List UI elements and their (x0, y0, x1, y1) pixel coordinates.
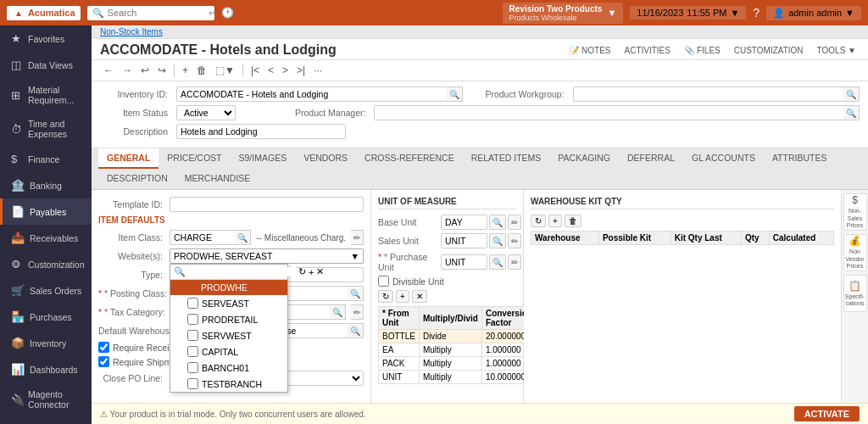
checkbox-servwest[interactable] (187, 330, 198, 341)
dropdown-item-serveast[interactable]: SERVEAST (170, 295, 287, 311)
more-button[interactable]: ··· (310, 63, 326, 78)
product-workgroup-input[interactable] (573, 86, 843, 102)
tab-s9images[interactable]: S9/IMAGES (231, 148, 296, 169)
dropdown-item-prodwhe[interactable]: PRODWHE (170, 280, 287, 295)
sales-unit-edit[interactable]: ✏ (508, 233, 521, 248)
sales-unit-search[interactable]: 🔍 (489, 233, 506, 248)
app-logo[interactable]: ▲ Acumatica (7, 6, 81, 20)
user-menu[interactable]: 👤 admin admin ▼ (766, 6, 861, 20)
undo-button[interactable]: ↩ (137, 63, 153, 78)
specifications-button[interactable]: 📋 Specifi-cations (843, 275, 867, 312)
checkbox-serveast[interactable] (187, 298, 198, 309)
add-button[interactable]: + (179, 63, 192, 78)
revision-info[interactable]: Revision Two Products Products Wholesale… (503, 3, 624, 24)
require-shipment-checkbox[interactable] (98, 356, 109, 367)
sidebar-item-sales-orders[interactable]: 🛒 Sales Orders (0, 277, 92, 304)
next-button[interactable]: > (279, 63, 292, 78)
website-select-box[interactable]: PRODWHE, SERVEAST ▼ (170, 248, 364, 264)
purchase-unit-search[interactable]: 🔍 (489, 254, 506, 270)
clear-icon[interactable]: ✕ (316, 266, 324, 277)
sidebar-item-magento[interactable]: 🔌 Magento Connector (0, 382, 92, 416)
tab-crossreference[interactable]: CROSS-REFERENCE (356, 148, 463, 169)
activate-button[interactable]: ACTIVATE (794, 406, 860, 421)
sidebar-item-customization[interactable]: ⚙ Customization (0, 251, 92, 277)
redo-button[interactable]: ↪ (154, 63, 170, 78)
tools-button[interactable]: TOOLS ▼ (814, 44, 860, 57)
activities-button[interactable]: ACTIVITIES (620, 44, 673, 57)
dropdown-item-prodretail[interactable]: PRODRETAIL (170, 311, 287, 327)
search-input[interactable] (108, 8, 205, 18)
refresh-icon[interactable]: ↻ (298, 266, 306, 277)
sidebar-item-dashboards[interactable]: 📊 Dashboards (0, 356, 92, 382)
tab-description[interactable]: DESCRIPTION (98, 169, 176, 189)
wh-add-btn[interactable]: + (548, 215, 562, 227)
sidebar-item-favorites[interactable]: ★ Favorites (0, 25, 92, 52)
sidebar-item-kensium[interactable]: 🔑 Kensium License (0, 416, 92, 424)
uom-add-btn[interactable]: + (396, 290, 409, 303)
sidebar-item-banking[interactable]: 🏦 Banking (0, 172, 92, 198)
tab-deferral[interactable]: DEFERRAL (619, 148, 683, 169)
tab-attributes[interactable]: ATTRIBUTES (764, 148, 836, 169)
sidebar-item-finance[interactable]: $ Finance (0, 146, 92, 172)
tab-vendors[interactable]: VENDORS (295, 148, 356, 169)
sidebar-item-inventory[interactable]: 📦 Inventory (0, 330, 92, 356)
purchase-unit-input[interactable] (441, 254, 487, 270)
purchase-unit-edit[interactable]: ✏ (508, 254, 521, 270)
tab-glaccounts[interactable]: GL ACCOUNTS (683, 148, 764, 169)
sidebar-item-receivables[interactable]: 📥 Receivables (0, 225, 92, 251)
sidebar-item-purchases[interactable]: 🏪 Purchases (0, 304, 92, 330)
tab-pricecost[interactable]: PRICE/COST (159, 148, 230, 169)
tab-general[interactable]: GENERAL (98, 148, 159, 169)
item-class-search[interactable]: 🔍 (235, 230, 251, 245)
tab-relateditems[interactable]: RELATED ITEMS (463, 148, 550, 169)
require-receipt-checkbox[interactable] (98, 342, 109, 353)
checkbox-prodretail[interactable] (187, 314, 198, 325)
tab-merchandise[interactable]: MERCHANDISE (176, 169, 259, 189)
add-icon[interactable]: + (309, 267, 314, 277)
last-button[interactable]: >| (293, 63, 309, 78)
chevron-down-icon[interactable]: ▼ (607, 8, 616, 18)
help-icon[interactable]: ? (753, 6, 760, 20)
delete-button[interactable]: 🗑 (193, 63, 210, 78)
checkbox-capital[interactable] (187, 346, 198, 357)
prev-button[interactable]: < (264, 63, 277, 78)
wh-refresh-btn[interactable]: ↻ (531, 215, 546, 227)
dropdown-search-input[interactable] (188, 267, 296, 276)
posting-class-search[interactable]: 🔍 (348, 286, 364, 301)
sidebar-item-time-expenses[interactable]: ⏱ Time and Expenses (0, 112, 92, 146)
copy-button[interactable]: ⬚▼ (212, 63, 238, 78)
description-input[interactable] (176, 124, 346, 139)
dropdown-item-testbranch[interactable]: TESTBRANCH (170, 376, 287, 392)
forward-button[interactable]: → (119, 63, 136, 78)
tax-category-search[interactable]: 🔍 (330, 304, 346, 320)
sidebar-item-data-views[interactable]: ◫ Data Views (0, 52, 92, 78)
dropdown-item-barnch01[interactable]: BARNCH01 (170, 360, 287, 376)
wh-delete-btn[interactable]: 🗑 (565, 215, 581, 227)
template-id-input[interactable] (170, 197, 364, 212)
sales-unit-input[interactable] (441, 233, 487, 248)
dropdown-item-servwest[interactable]: SERVWEST (170, 327, 287, 343)
uom-refresh-btn[interactable]: ↻ (378, 290, 393, 303)
product-manager-search-button[interactable]: 🔍 (843, 105, 860, 120)
base-unit-edit[interactable]: ✏ (508, 215, 521, 230)
inventory-search-button[interactable]: 🔍 (447, 86, 463, 102)
tab-packaging[interactable]: PACKAGING (549, 148, 619, 169)
non-vendor-prices-button[interactable]: 💰 Non Vendor Prices (843, 234, 867, 271)
checkbox-testbranch[interactable] (187, 378, 198, 389)
base-unit-input[interactable] (441, 215, 487, 230)
first-button[interactable]: |< (248, 63, 263, 78)
sidebar-item-payables[interactable]: 📄 Payables (0, 198, 92, 225)
item-status-select[interactable]: Active (176, 105, 236, 120)
dropdown-item-capital[interactable]: CAPITAL (170, 343, 287, 360)
tax-category-edit[interactable]: ✏ (351, 304, 364, 320)
notes-button[interactable]: 📝 NOTES (565, 44, 614, 57)
search-box[interactable]: 🔍 ↵ (87, 6, 214, 20)
sidebar-item-material-req[interactable]: ⊞ Material Requirem... (0, 78, 92, 112)
item-class-edit[interactable]: ✏ (351, 230, 364, 245)
default-warehouse-search[interactable]: 🔍 (348, 323, 364, 338)
non-sales-prices-button[interactable]: $ Non-Sales Prices (843, 193, 867, 231)
uom-delete-btn[interactable]: ✕ (412, 290, 427, 303)
checkbox-barnch01[interactable] (187, 362, 198, 373)
divisible-unit-checkbox[interactable] (378, 276, 389, 287)
base-unit-search[interactable]: 🔍 (489, 215, 506, 230)
